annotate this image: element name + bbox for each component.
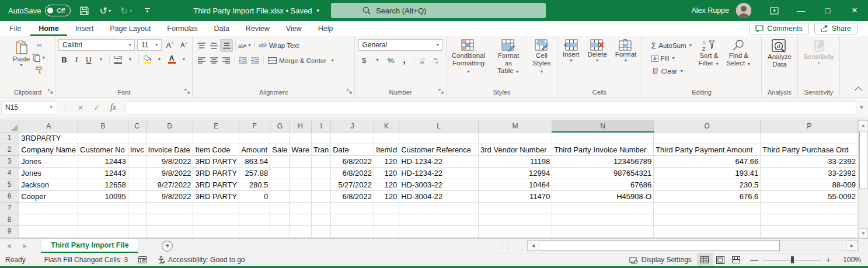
cell-B7[interactable]: [78, 202, 128, 214]
cell-D5[interactable]: 9/27/2022: [146, 179, 193, 190]
analyze-data-button[interactable]: AnalyzeData: [765, 37, 794, 87]
cell-O6[interactable]: 676.6: [654, 190, 761, 202]
cell-L5[interactable]: HD-3003-22: [399, 179, 479, 190]
align-left-button[interactable]: [196, 55, 207, 67]
add-sheet-button[interactable]: +: [162, 241, 173, 252]
cell-P2[interactable]: Third Party Purchase Ord: [761, 144, 858, 155]
row-header-5[interactable]: 5: [0, 179, 19, 190]
column-header-G[interactable]: G: [270, 120, 290, 132]
zoom-in-button[interactable]: +: [826, 257, 831, 263]
accounting-format-button[interactable]: $: [358, 54, 370, 66]
column-header-P[interactable]: P: [761, 120, 858, 132]
cell-L4[interactable]: HD-1234-22: [399, 167, 479, 179]
cell-L3[interactable]: HD-1234-22: [399, 155, 479, 167]
horizontal-scroll-track[interactable]: [780, 240, 846, 251]
align-bottom-button[interactable]: [220, 39, 233, 52]
column-header-F[interactable]: F: [239, 120, 270, 132]
view-page-break-button[interactable]: [728, 253, 744, 266]
cell-C1[interactable]: [128, 132, 146, 144]
cell-G8[interactable]: [270, 214, 290, 225]
cell-P6[interactable]: 55-0092: [761, 190, 858, 202]
cell-H3[interactable]: [290, 155, 312, 167]
cell-M7[interactable]: [479, 202, 552, 214]
cell-F8[interactable]: [239, 214, 270, 225]
font-size-select[interactable]: 11▼: [137, 39, 162, 51]
sensitivity-button[interactable]: Sensitivity▼: [801, 37, 837, 87]
column-header-H[interactable]: H: [290, 120, 312, 132]
decrease-font-size-button[interactable]: A˅: [178, 39, 190, 51]
cell-P1[interactable]: [761, 132, 858, 144]
flash-fill-status[interactable]: Flash Fill Changed Cells: 3: [39, 253, 133, 266]
cell-N9[interactable]: [552, 225, 654, 237]
cell-styles-button[interactable]: Cell Styles ▼: [527, 37, 556, 87]
cell-B9[interactable]: [78, 225, 128, 237]
font-color-button[interactable]: A: [166, 54, 177, 65]
cell-M1[interactable]: [479, 132, 552, 144]
name-box[interactable]: N15 ▼: [1, 101, 57, 114]
zoom-slider-thumb[interactable]: [791, 256, 794, 263]
cell-C5[interactable]: [128, 179, 146, 190]
column-header-A[interactable]: A: [19, 120, 78, 132]
user-avatar[interactable]: [736, 3, 751, 18]
cell-I2[interactable]: Tran: [311, 144, 330, 155]
merge-center-button[interactable]: Merge & Center▼: [266, 54, 336, 67]
cell-G6[interactable]: [270, 190, 290, 202]
cell-H1[interactable]: [290, 132, 312, 144]
enter-button[interactable]: ✓: [89, 101, 105, 114]
cell-N3[interactable]: 123456789: [552, 155, 654, 167]
zoom-out-button[interactable]: —: [750, 257, 758, 263]
zoom-slider[interactable]: [763, 260, 821, 260]
sheet-nav-left-icon[interactable]: ◀: [0, 239, 18, 253]
cell-I1[interactable]: [311, 132, 330, 144]
cell-K9[interactable]: [374, 225, 399, 237]
tab-view[interactable]: View: [278, 21, 310, 36]
view-normal-button[interactable]: [697, 253, 713, 266]
cell-D7[interactable]: [146, 202, 193, 214]
cell-L1[interactable]: [399, 132, 479, 144]
row-header-1[interactable]: 1: [0, 132, 19, 144]
formula-bar-handle[interactable]: ⋮: [62, 104, 68, 112]
cell-I9[interactable]: [311, 225, 330, 237]
cell-M2[interactable]: 3rd Vendor Number: [479, 144, 552, 155]
autosum-button[interactable]: ΣAutoSum▼: [650, 39, 695, 51]
cell-A8[interactable]: [19, 214, 78, 225]
cell-G2[interactable]: Sale: [270, 144, 290, 155]
cell-B3[interactable]: 12443: [78, 155, 128, 167]
cell-D8[interactable]: [146, 214, 193, 225]
cell-D9[interactable]: [146, 225, 193, 237]
row-header-2[interactable]: 2: [0, 144, 19, 155]
cell-E1[interactable]: [193, 132, 239, 144]
insert-cells-button[interactable]: Insert▼: [560, 37, 583, 87]
cut-button[interactable]: ✂: [33, 40, 46, 51]
horizontal-scrollbar[interactable]: ◀ ▶: [527, 240, 858, 251]
cell-A2[interactable]: Company Name: [19, 144, 78, 155]
align-right-button[interactable]: [220, 55, 232, 67]
zoom-level[interactable]: 100%: [836, 256, 868, 264]
number-dialog-launcher[interactable]: [438, 88, 444, 95]
cell-F7[interactable]: [239, 202, 270, 214]
cell-P3[interactable]: 33-2392: [761, 155, 858, 167]
underline-button[interactable]: U: [83, 54, 95, 65]
cell-E5[interactable]: 3RD PARTY: [193, 179, 239, 190]
cell-L8[interactable]: [399, 214, 479, 225]
view-page-layout-button[interactable]: [713, 253, 728, 266]
cell-L9[interactable]: [399, 225, 479, 237]
cell-K7[interactable]: [374, 202, 399, 214]
cell-J4[interactable]: 6/8/2022: [331, 167, 374, 179]
accounting-format-dropdown[interactable]: ▼: [372, 54, 384, 66]
cell-O5[interactable]: 230.5: [654, 179, 761, 190]
cell-I7[interactable]: [311, 202, 330, 214]
comma-style-button[interactable]: ,: [399, 54, 410, 66]
cell-F4[interactable]: 257.88: [239, 167, 270, 179]
cell-P7[interactable]: [761, 202, 858, 214]
fill-color-button[interactable]: [141, 54, 153, 65]
increase-font-size-button[interactable]: A˄: [164, 39, 176, 51]
column-header-D[interactable]: D: [146, 120, 193, 132]
cell-D4[interactable]: 9/8/2022: [146, 167, 193, 179]
search-input[interactable]: Search (Alt+Q): [331, 3, 546, 18]
cell-E4[interactable]: 3RD PARTY: [193, 167, 239, 179]
cell-F3[interactable]: 863.54: [239, 155, 270, 167]
cell-A5[interactable]: Jackson: [19, 179, 78, 190]
undo-button[interactable]: ↺▾: [97, 3, 113, 18]
sheet-tab-active[interactable]: Third Party Import File: [41, 239, 138, 253]
